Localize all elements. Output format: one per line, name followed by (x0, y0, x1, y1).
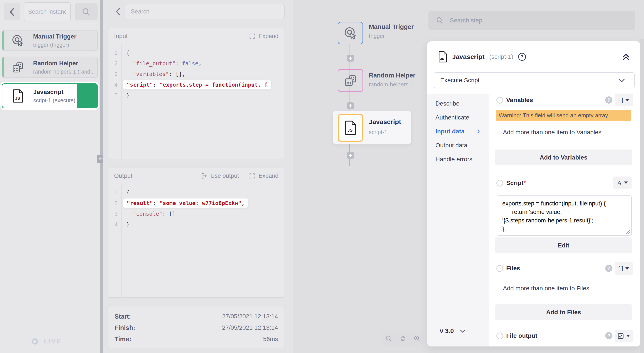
zoom-in-button[interactable] (410, 332, 424, 346)
debug-back-button[interactable] (112, 6, 124, 17)
stat-label: Start: (114, 313, 131, 320)
files-type-button[interactable]: [ ] (614, 262, 633, 275)
canvas-zoom-controls (382, 332, 424, 346)
add-step-button[interactable]: + (347, 152, 354, 159)
files-help[interactable]: ? (605, 265, 612, 272)
debug-steps-sidebar: Manual Trigger trigger (trigger) Random … (0, 0, 100, 353)
canvas-node-random-helper[interactable] (338, 69, 363, 92)
file-output-label: File output (506, 332, 537, 339)
code-line: 1{ (108, 187, 284, 198)
line-number: 5 (108, 92, 122, 99)
search-step-bar[interactable] (428, 11, 635, 30)
line-number: 2 (108, 60, 122, 67)
zoom-out-button[interactable] (382, 332, 396, 346)
step-title: Javascript (33, 88, 75, 95)
script-edit-button[interactable]: Edit (495, 237, 632, 253)
caret-down-icon (625, 99, 629, 101)
variables-help[interactable]: ? (605, 96, 612, 104)
step-subtitle: script-1 (execute) (33, 97, 75, 103)
dice-icon (344, 74, 357, 87)
input-json-card: Input Expand 1{2 "file_output": false,3 … (108, 28, 285, 159)
variables-type-button[interactable]: [ ] (614, 94, 633, 106)
search-step-input[interactable] (449, 11, 628, 30)
add-step-button[interactable]: + (347, 102, 354, 109)
operation-select[interactable]: Execute Script (434, 72, 635, 88)
step-status-accent (2, 30, 4, 50)
svg-text:JS: JS (347, 128, 352, 133)
script-textarea[interactable]: exports.step = function(input, fileInput… (497, 196, 631, 235)
files-radio[interactable] (496, 265, 503, 272)
script-type-button[interactable]: A (613, 176, 632, 189)
canvas-node-javascript[interactable]: JS (338, 114, 363, 142)
version-selector[interactable]: v 3.0 (440, 327, 466, 335)
stat-row-time: Time: 56ms (114, 334, 278, 345)
chevron-down-icon (459, 328, 466, 335)
stat-value: 27/05/2021 12:13:14 (222, 324, 278, 331)
search-instance-field[interactable] (24, 2, 71, 21)
add-to-variables-button[interactable]: Add to Variables (495, 149, 632, 165)
dice-icon (11, 61, 24, 74)
use-output-button[interactable]: Use output (200, 172, 239, 179)
input-json-code[interactable]: 1{2 "file_output": false,3 "variables": … (108, 44, 284, 159)
code-text: "file_output": false, (122, 60, 202, 67)
node-subtitle: script-1 (369, 129, 387, 136)
input-card-title: Input (114, 33, 128, 40)
variables-radio[interactable] (496, 97, 503, 104)
variables-field-row: Variables (496, 97, 533, 104)
type-badge: A (617, 179, 622, 187)
output-expand-button[interactable]: Expand (249, 173, 278, 179)
output-json-code[interactable]: 1{2"result": "some value: w77io8pExkw",3… (108, 184, 284, 297)
panel-divider[interactable] (100, 0, 103, 353)
sidebar-step-random-helper[interactable]: Random Helper random-helpers-1 (rand... (2, 56, 98, 78)
resize-grip-icon[interactable] (626, 230, 630, 234)
file-output-field-row: File output (496, 332, 537, 339)
reset-zoom-button[interactable] (396, 332, 410, 346)
script-label: Script (506, 180, 524, 187)
line-number: 4 (108, 82, 122, 88)
stat-row-finish: Finish: 27/05/2021 12:13:14 (114, 322, 278, 334)
input-data-form: Variables ? [ ] Warning: This field will… (489, 94, 640, 347)
file-output-radio[interactable] (496, 333, 503, 339)
code-line: 2"result": "some value: w77io8pExkw", (108, 198, 284, 209)
sidebar-step-javascript[interactable]: JS Javascript script-1 (execute) (2, 83, 98, 108)
code-line: 1{ (108, 47, 284, 58)
file-output-help[interactable]: ? (605, 332, 612, 339)
stat-value: 27/05/2021 12:13:14 (222, 313, 278, 320)
node-subtitle: random-helpers-1 (369, 81, 414, 88)
version-value: v 3.0 (440, 327, 454, 335)
add-to-files-button[interactable]: Add to Files (495, 304, 632, 320)
code-text: } (122, 221, 130, 228)
script-radio[interactable] (496, 180, 503, 187)
file-output-type-button[interactable] (614, 330, 633, 342)
selected-step-marker (77, 84, 97, 108)
line-number: 2 (108, 200, 122, 206)
nav-item-handle-errors[interactable]: Handle errors (436, 154, 472, 165)
add-step-button[interactable]: + (347, 55, 354, 62)
nav-item-input-data[interactable]: Input data (436, 126, 464, 137)
canvas-node-manual-trigger[interactable] (338, 22, 363, 44)
debug-search-input[interactable] (125, 4, 284, 19)
step-subtitle: random-helpers-1 (rand... (33, 68, 95, 75)
help-icon[interactable]: ? (518, 53, 526, 61)
sidebar-step-manual-trigger[interactable]: Manual Trigger trigger (trigger) (2, 30, 98, 51)
config-step-id: (script-1) (489, 53, 513, 60)
double-chevron-up-icon (621, 52, 630, 61)
zoom-in-icon (414, 335, 421, 342)
sidebar-search-button[interactable] (75, 3, 98, 20)
files-label: Files (506, 265, 520, 272)
code-line: 4} (108, 219, 284, 230)
debug-search-field[interactable] (125, 4, 284, 19)
nav-item-describe[interactable]: Describe (436, 98, 460, 109)
refresh-icon (399, 335, 407, 343)
nav-item-authenticate[interactable]: Authenticate (436, 112, 470, 123)
nav-item-output-data[interactable]: Output data (436, 140, 467, 151)
sidebar-back-button[interactable] (4, 3, 20, 20)
search-instance-input[interactable] (24, 3, 70, 21)
input-expand-button[interactable]: Expand (249, 33, 278, 40)
node-title: Javascript (369, 118, 401, 126)
collapse-panel-button[interactable] (621, 52, 630, 61)
scrollbar-track[interactable] (640, 39, 644, 353)
line-number: 3 (108, 211, 122, 217)
script-field-row: Script* (496, 180, 526, 187)
line-number: 1 (108, 50, 122, 56)
